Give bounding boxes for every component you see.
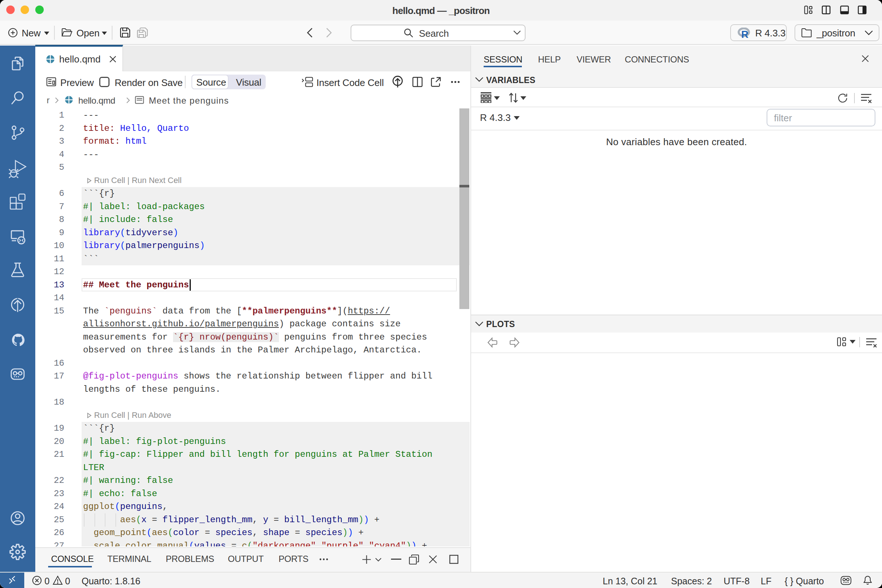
svg-text:R: R [741, 29, 748, 39]
